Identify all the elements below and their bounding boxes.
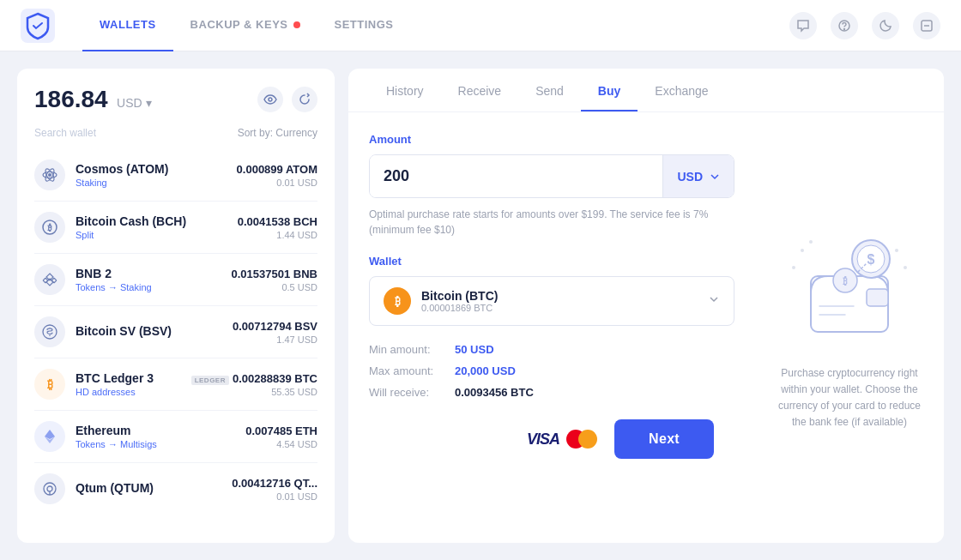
- wallet-crypto: 0.0041538 BCH: [238, 215, 317, 228]
- wallet-label: Wallet: [369, 255, 734, 268]
- svg-point-30: [904, 266, 907, 269]
- wallet-info: Bitcoin SV (BSV): [76, 324, 233, 340]
- qtum-icon: [34, 473, 65, 504]
- wallet-info: Qtum (QTUM): [76, 481, 232, 497]
- help-icon-button[interactable]: [831, 12, 858, 39]
- currency-label: USD: [677, 170, 703, 184]
- wallet-crypto: LEDGER0.00288839 BTC: [191, 372, 317, 385]
- eye-icon-button[interactable]: [257, 87, 283, 112]
- top-nav: WALLETS BACKUP & KEYS SETTINGS: [0, 0, 961, 51]
- wallet-usd: 0.5 USD: [232, 282, 317, 292]
- wallet-amounts: 0.007485 ETH 4.54 USD: [245, 425, 317, 449]
- search-sort-row: Search wallet Sort by: Currency: [34, 127, 317, 139]
- svg-rect-32: [867, 289, 888, 306]
- wallet-crypto: 0.007485 ETH: [245, 425, 317, 437]
- nav-tab-wallets[interactable]: WALLETS: [82, 0, 173, 51]
- wallet-usd: 55.35 USD: [191, 387, 317, 397]
- wallet-name: Ethereum: [76, 424, 245, 437]
- wallet-type: Staking: [76, 178, 237, 188]
- app-logo: [21, 9, 55, 43]
- wallet-type: Split: [76, 230, 238, 240]
- left-panel: 186.84 USD ▾ Search wal: [17, 69, 335, 543]
- right-panel: History Receive Send Buy Exchange Amount…: [348, 69, 944, 543]
- tab-bar: History Receive Send Buy Exchange: [348, 69, 944, 112]
- list-item[interactable]: Ethereum Tokens → Multisigs 0.007485 ETH…: [34, 411, 317, 463]
- wallet-name: Qtum (QTUM): [76, 481, 232, 495]
- wallet-amounts: 0.01537501 BNB 0.5 USD: [232, 268, 317, 292]
- chat-icon-button[interactable]: [789, 12, 817, 39]
- wallet-info: BTC Ledger 3 HD addresses: [76, 371, 191, 397]
- svg-text:$: $: [867, 252, 875, 267]
- min-amount-row: Min amount: 50 USD: [369, 343, 734, 356]
- bnb-icon: [34, 264, 65, 295]
- wallet-amounts: 0.0041538 BCH 1.44 USD: [238, 215, 317, 240]
- wallet-usd: 1.47 USD: [233, 334, 317, 345]
- list-item[interactable]: Bitcoin SV (BSV) 0.00712794 BSV 1.47 USD: [34, 306, 317, 358]
- payment-icons: VISA: [527, 430, 597, 449]
- svg-point-26: [801, 249, 804, 252]
- tab-send[interactable]: Send: [518, 69, 581, 111]
- sort-by[interactable]: Sort by: Currency: [238, 127, 317, 139]
- will-receive-value: 0.0093456 BTC: [455, 386, 534, 399]
- ledger-badge: LEDGER: [191, 376, 229, 385]
- bch-icon: ₿: [34, 212, 65, 243]
- tab-receive[interactable]: Receive: [441, 69, 519, 111]
- max-amount-label: Max amount:: [369, 364, 455, 377]
- refresh-icon-button[interactable]: [292, 87, 317, 112]
- bsv-icon: [34, 316, 65, 347]
- nav-tab-backup[interactable]: BACKUP & KEYS: [173, 0, 317, 51]
- svg-point-28: [792, 266, 795, 269]
- list-item[interactable]: BNB 2 Tokens → Staking 0.01537501 BNB 0.…: [34, 254, 317, 306]
- wallet-selector[interactable]: ₿ Bitcoin (BTC) 0.00001869 BTC: [369, 276, 734, 326]
- wallet-name: Bitcoin SV (BSV): [76, 324, 233, 338]
- nav-actions: [789, 12, 940, 39]
- wallet-amounts: 0.00712794 BSV 1.47 USD: [233, 320, 317, 345]
- mc-right-circle: [578, 430, 597, 449]
- wallet-type: HD addresses: [76, 387, 191, 397]
- tab-buy[interactable]: Buy: [581, 69, 638, 111]
- wallet-illustration: $ ₿: [785, 225, 914, 348]
- amount-input[interactable]: [370, 155, 662, 197]
- svg-text:₿: ₿: [843, 276, 848, 286]
- mastercard-logo: [566, 430, 597, 449]
- tab-exchange[interactable]: Exchange: [638, 69, 725, 111]
- will-receive-row: Will receive: 0.0093456 BTC: [369, 386, 734, 399]
- wallet-name: Bitcoin Cash (BCH): [76, 214, 238, 228]
- amount-label: Amount: [369, 133, 734, 146]
- chevron-down-icon: [710, 172, 720, 182]
- moon-icon-button[interactable]: [872, 12, 899, 39]
- search-wallet-placeholder[interactable]: Search wallet: [34, 127, 96, 139]
- btc-icon: ₿: [34, 369, 65, 400]
- nav-tab-settings[interactable]: SETTINGS: [317, 0, 411, 51]
- buy-form: Amount USD Optimal purchase rate starts …: [348, 112, 755, 543]
- list-item[interactable]: Qtum (QTUM) 0.00412716 QT... 0.01 USD: [34, 463, 317, 515]
- wallet-crypto: 0.00412716 QT...: [232, 477, 317, 490]
- wallet-sel-addr: 0.00001869 BTC: [421, 303, 708, 313]
- wallet-type: Tokens → Multisigs: [76, 439, 245, 449]
- backup-badge: [293, 21, 300, 28]
- wallet-crypto: 0.00712794 BSV: [233, 320, 317, 333]
- btc-wallet-icon: ₿: [384, 287, 411, 315]
- wallet-usd: 0.01 USD: [237, 178, 317, 188]
- wallet-amounts: LEDGER0.00288839 BTC 55.35 USD: [191, 372, 317, 397]
- svg-point-27: [809, 240, 813, 244]
- tab-history[interactable]: History: [369, 69, 441, 111]
- svg-point-6: [48, 173, 51, 177]
- user-icon-button[interactable]: [913, 12, 940, 39]
- tab-content: Amount USD Optimal purchase rate starts …: [348, 112, 944, 543]
- wallet-info: Bitcoin Cash (BCH) Split: [76, 214, 238, 240]
- wallet-name: BNB 2: [76, 267, 232, 280]
- currency-selector[interactable]: USD: [662, 155, 734, 197]
- wallet-amounts: 0.00412716 QT... 0.01 USD: [232, 477, 317, 502]
- wallet-crypto: 0.000899 ATOM: [237, 163, 317, 176]
- list-item[interactable]: ₿ Bitcoin Cash (BCH) Split 0.0041538 BCH…: [34, 202, 317, 254]
- bottom-row: VISA Next: [369, 419, 734, 479]
- svg-point-23: [47, 486, 52, 491]
- illustration-text: Purchase cryptocurrency right within you…: [776, 365, 923, 431]
- max-amount-value: 20,000 USD: [455, 364, 516, 377]
- next-button[interactable]: Next: [614, 419, 714, 459]
- list-item[interactable]: Cosmos (ATOM) Staking 0.000899 ATOM 0.01…: [34, 149, 317, 202]
- list-item[interactable]: ₿ BTC Ledger 3 HD addresses LEDGER0.0028…: [34, 358, 317, 411]
- wallet-sel-info: Bitcoin (BTC) 0.00001869 BTC: [421, 289, 708, 313]
- svg-text:₿: ₿: [395, 295, 401, 308]
